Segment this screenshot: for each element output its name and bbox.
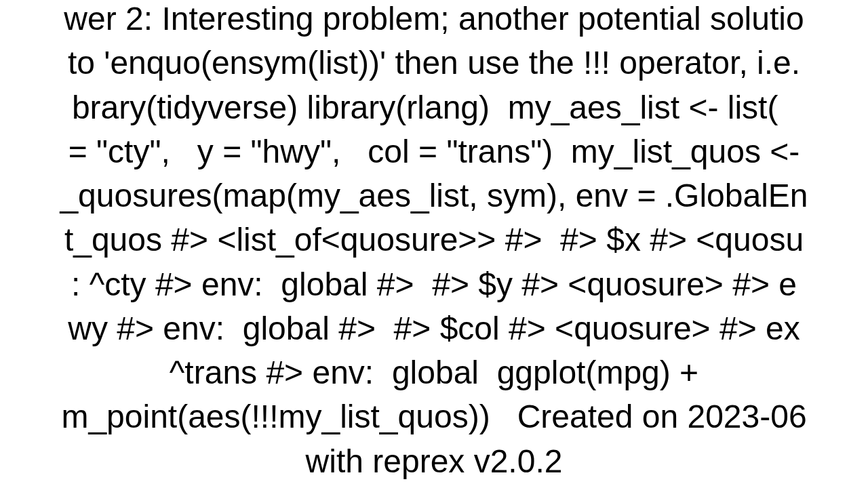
- text-line-4: = "cty", y = "hwy", col = "trans") my_li…: [68, 134, 800, 169]
- text-line-9: ^trans #> env: global ggplot(mpg) +: [170, 354, 698, 390]
- text-line-2: to 'enquo(ensym(list))' then use the !!!…: [68, 45, 800, 81]
- text-line-3: brary(tidyverse) library(rlang) my_aes_l…: [72, 89, 796, 125]
- answer-text-fragment: wer 2: Interesting problem; another pote…: [0, 0, 868, 483]
- text-line-10: m_point(aes(!!!my_list_quos)) Created on…: [61, 399, 806, 434]
- text-line-1: wer 2: Interesting problem; another pote…: [64, 1, 804, 37]
- document-viewport: wer 2: Interesting problem; another pote…: [0, 0, 868, 488]
- text-line-6: t_quos #> <list_of<quosure>> #> #> $x #>…: [64, 222, 804, 258]
- text-line-11: with reprex v2.0.2: [306, 443, 563, 479]
- text-line-5: _quosures(map(my_aes_list, sym), env = .…: [60, 178, 808, 214]
- text-line-8: wy #> env: global #> #> $col #> <quosure…: [68, 310, 800, 346]
- text-line-7: : ^cty #> env: global #> #> $y #> <quosu…: [71, 266, 797, 302]
